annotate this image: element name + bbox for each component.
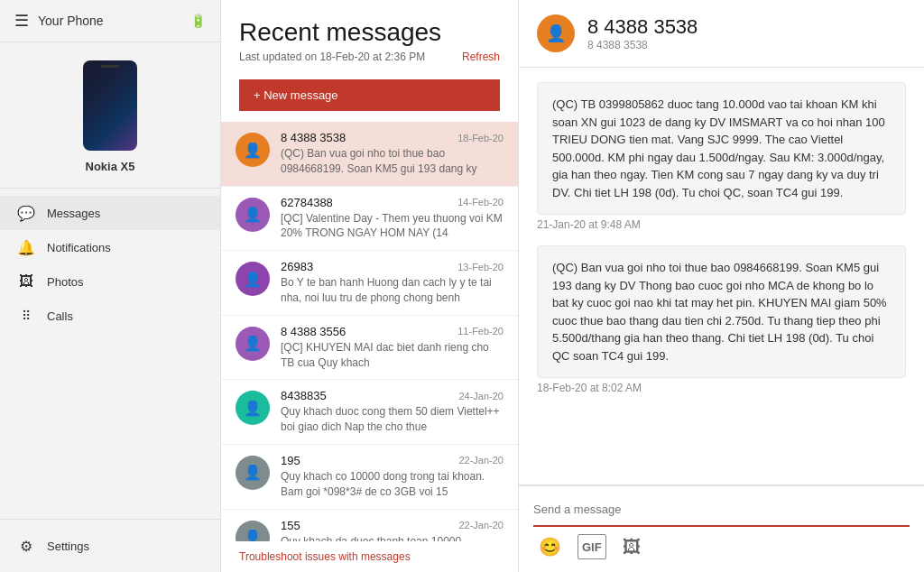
- avatar: 👤: [236, 456, 270, 490]
- message-preview: Bo Y te ban hanh Huong dan cach ly y te …: [281, 275, 504, 306]
- messages-subtitle: Last updated on 18-Feb-20 at 2:36 PM Ref…: [239, 51, 500, 63]
- message-content: 8 4388 3538 18-Feb-20 (QC) Ban vua goi n…: [281, 131, 504, 177]
- calls-label: Calls: [47, 309, 73, 323]
- conversation-message: (QC) TB 0399805862 duoc tang 10.000d vao…: [537, 82, 906, 215]
- message-sender: 26983: [281, 260, 313, 273]
- new-message-button[interactable]: + New message: [239, 79, 500, 111]
- message-top: 62784388 14-Feb-20: [281, 196, 504, 209]
- menu-icon[interactable]: ☰: [14, 11, 29, 31]
- message-preview: [QC] Valentine Day - Them yeu thuong voi…: [281, 211, 504, 242]
- conversation-message-block: (QC) TB 0399805862 duoc tang 10.000d vao…: [537, 82, 906, 231]
- message-item[interactable]: 👤 8438835 24-Jan-20 Quy khach duoc cong …: [221, 380, 518, 445]
- messages-label: Messages: [47, 207, 100, 220]
- message-date: 24-Jan-20: [458, 391, 504, 401]
- sidebar-item-notifications[interactable]: 🔔 Notifications: [0, 230, 220, 264]
- message-preview: Quy khach duoc cong them 50 diem Viettel…: [281, 404, 504, 435]
- nav-items: 💬 Messages 🔔 Notifications 🖼 Photos ⠿ Ca…: [0, 189, 220, 519]
- avatar: 👤: [236, 262, 270, 296]
- notifications-label: Notifications: [47, 241, 111, 254]
- sidebar-footer: ⚙ Settings: [0, 519, 220, 572]
- message-top: 195 22-Jan-20: [281, 454, 504, 467]
- avatar: 👤: [236, 198, 270, 232]
- message-timestamp: 21-Jan-20 at 9:48 AM: [537, 218, 906, 231]
- message-date: 18-Feb-20: [457, 133, 504, 143]
- messages-list: 👤 8 4388 3538 18-Feb-20 (QC) Ban vua goi…: [221, 122, 518, 541]
- messages-header: Recent messages Last updated on 18-Feb-2…: [221, 0, 518, 72]
- emoji-button[interactable]: 😊: [533, 534, 567, 559]
- message-top: 8 4388 3556 11-Feb-20: [281, 325, 504, 338]
- refresh-button[interactable]: Refresh: [462, 51, 500, 63]
- last-updated: Last updated on 18-Feb-20 at 2:36 PM: [239, 51, 425, 63]
- image-button[interactable]: 🖼: [617, 534, 646, 559]
- message-sender: 8438835: [281, 389, 327, 402]
- phone-name: Nokia X5: [86, 160, 135, 173]
- messages-panel: Recent messages Last updated on 18-Feb-2…: [221, 0, 519, 572]
- conversation-header: 👤 8 4388 3538 8 4388 3538: [519, 0, 924, 68]
- message-sender: 195: [281, 454, 300, 467]
- conversation-panel: 👤 8 4388 3538 8 4388 3538 (QC) TB 039980…: [519, 0, 924, 572]
- settings-icon: ⚙: [18, 538, 34, 554]
- settings-label: Settings: [47, 540, 89, 553]
- avatar: 👤: [236, 133, 270, 167]
- conversation-message-block: (QC) Ban vua goi nho toi thue bao 098466…: [537, 245, 906, 394]
- gif-button[interactable]: GIF: [578, 534, 606, 559]
- conversation-input-area: 😊 GIF 🖼: [519, 484, 924, 572]
- messages-icon: 💬: [18, 205, 34, 221]
- message-timestamp: 18-Feb-20 at 8:02 AM: [537, 382, 906, 394]
- conversation-avatar: 👤: [537, 14, 575, 52]
- message-item[interactable]: 👤 195 22-Jan-20 Quy khach co 10000 dong …: [221, 445, 518, 510]
- message-content: 195 22-Jan-20 Quy khach co 10000 dong tr…: [281, 454, 504, 500]
- message-sender: 8 4388 3538: [281, 131, 346, 144]
- troubleshoot-link[interactable]: Troubleshoot issues with messages: [221, 541, 518, 572]
- message-content: 62784388 14-Feb-20 [QC] Valentine Day - …: [281, 196, 504, 242]
- conversation-messages: (QC) TB 0399805862 duoc tang 10.000d vao…: [519, 68, 924, 484]
- message-preview: (QC) Ban vua goi nho toi thue bao 098466…: [281, 146, 504, 177]
- message-top: 26983 13-Feb-20: [281, 260, 504, 273]
- photos-icon: 🖼: [18, 273, 34, 290]
- avatar: 👤: [236, 521, 270, 541]
- photos-label: Photos: [47, 275, 83, 289]
- message-top: 8438835 24-Jan-20: [281, 389, 504, 402]
- message-date: 13-Feb-20: [457, 262, 504, 272]
- sidebar-item-calls[interactable]: ⠿ Calls: [0, 299, 220, 333]
- sidebar-item-photos[interactable]: 🖼 Photos: [0, 264, 220, 299]
- message-date: 11-Feb-20: [457, 326, 504, 337]
- message-date: 22-Jan-20: [458, 520, 504, 530]
- message-content: 26983 13-Feb-20 Bo Y te ban hanh Huong d…: [281, 260, 504, 306]
- sidebar: ☰ Your Phone 🔋 Nokia X5 💬 Messages 🔔 Not…: [0, 0, 221, 572]
- contact-subtitle: 8 4388 3538: [587, 39, 698, 51]
- message-date: 14-Feb-20: [457, 197, 504, 208]
- messages-title: Recent messages: [239, 18, 500, 47]
- input-container: [533, 495, 910, 523]
- message-top: 155 22-Jan-20: [281, 519, 504, 532]
- message-item[interactable]: 👤 155 22-Jan-20 Quy khach da duoc thanh …: [221, 510, 518, 541]
- message-preview: Quy khach da duoc thanh toan 10000: [281, 534, 504, 541]
- message-content: 8438835 24-Jan-20 Quy khach duoc cong th…: [281, 389, 504, 435]
- phone-image: [83, 60, 137, 151]
- battery-icon: 🔋: [190, 14, 206, 28]
- sidebar-item-settings[interactable]: ⚙ Settings: [18, 530, 202, 561]
- sidebar-item-messages[interactable]: 💬 Messages: [0, 196, 220, 230]
- notifications-icon: 🔔: [18, 239, 34, 255]
- message-content: 155 22-Jan-20 Quy khach da duoc thanh to…: [281, 519, 504, 541]
- conversation-contact-info: 8 4388 3538 8 4388 3538: [587, 15, 698, 51]
- phone-preview: Nokia X5: [0, 42, 220, 189]
- message-item[interactable]: 👤 62784388 14-Feb-20 [QC] Valentine Day …: [221, 187, 518, 252]
- message-item[interactable]: 👤 8 4388 3538 18-Feb-20 (QC) Ban vua goi…: [221, 122, 518, 187]
- message-item[interactable]: 👤 8 4388 3556 11-Feb-20 [QC] KHUYEN MAI …: [221, 316, 518, 381]
- message-item[interactable]: 👤 26983 13-Feb-20 Bo Y te ban hanh Huong…: [221, 251, 518, 316]
- message-content: 8 4388 3556 11-Feb-20 [QC] KHUYEN MAI da…: [281, 325, 504, 371]
- message-top: 8 4388 3538 18-Feb-20: [281, 131, 504, 144]
- input-actions: 😊 GIF 🖼: [533, 527, 910, 563]
- message-sender: 8 4388 3556: [281, 325, 346, 338]
- message-input[interactable]: [533, 495, 910, 523]
- avatar: 👤: [236, 327, 270, 361]
- message-sender: 155: [281, 519, 300, 532]
- contact-name: 8 4388 3538: [587, 15, 698, 39]
- app-title: Your Phone: [38, 14, 104, 28]
- message-date: 22-Jan-20: [458, 455, 504, 466]
- calls-icon: ⠿: [18, 308, 34, 324]
- message-preview: [QC] KHUYEN MAI dac biet danh rieng cho …: [281, 340, 504, 371]
- avatar: 👤: [236, 391, 270, 425]
- message-preview: Quy khach co 10000 dong trong tai khoan.…: [281, 469, 504, 500]
